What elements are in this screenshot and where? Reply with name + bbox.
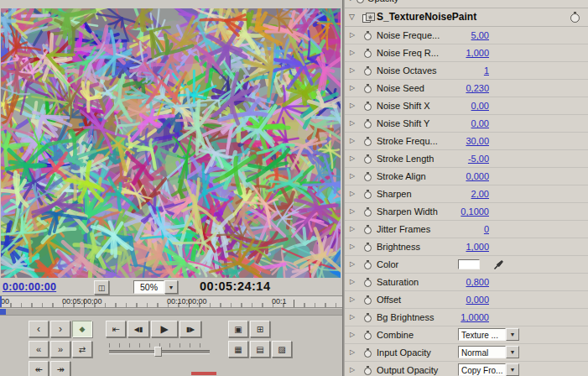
timeline-scroll-band[interactable] [0, 309, 342, 315]
jump-back-button[interactable]: ↞ [29, 361, 49, 376]
zoom-level-field[interactable]: 50% [133, 280, 164, 294]
stopwatch-icon[interactable] [363, 207, 372, 217]
jump-forward-button[interactable]: ↠ [50, 361, 70, 376]
trim-left-button[interactable]: « [29, 341, 49, 358]
stopwatch-icon[interactable] [363, 331, 372, 340]
param-value[interactable]: 1,0000 [461, 312, 489, 322]
param-value[interactable]: 0,00 [471, 101, 489, 111]
param-value[interactable]: 1,000 [466, 242, 489, 252]
stopwatch-icon[interactable] [363, 137, 372, 146]
rows-overlay-button[interactable]: ▤ [250, 341, 270, 358]
stopwatch-icon[interactable] [363, 31, 372, 40]
param-dropdown[interactable]: Texture ...▼ [458, 328, 519, 341]
expand-icon[interactable]: ▷ [350, 66, 355, 75]
expand-icon[interactable]: ▷ [350, 172, 355, 180]
expand-icon[interactable]: ▷ [350, 366, 355, 374]
effect-header[interactable]: ▽ S_TextureNoisePaint [345, 8, 588, 27]
effect-stopwatch-icon[interactable] [570, 12, 580, 23]
expand-icon[interactable]: ▷ [350, 49, 355, 57]
effect-preview-image[interactable] [1, 8, 341, 278]
eyedropper-icon[interactable] [493, 258, 505, 270]
param-value[interactable]: 0,000 [466, 295, 489, 305]
next-keyframe-button[interactable]: › [50, 321, 70, 337]
stopwatch-icon[interactable] [356, 0, 365, 3]
dropdown-arrow-icon[interactable]: ▼ [506, 328, 519, 341]
stopwatch-icon[interactable] [363, 66, 372, 76]
param-value[interactable]: 5,00 [471, 30, 489, 40]
expand-icon[interactable]: ▷ [350, 260, 355, 269]
param-dropdown[interactable]: Normal▼ [458, 346, 519, 358]
dropdown-arrow-icon[interactable]: ▼ [506, 363, 519, 376]
param-value[interactable]: 30,00 [466, 136, 489, 146]
collapse-icon[interactable]: ▽ [349, 12, 355, 22]
param-value[interactable]: 0,00 [471, 118, 489, 128]
color-swatch[interactable] [458, 259, 480, 269]
dropdown-arrow-icon[interactable]: ▼ [506, 346, 519, 358]
slider-thumb[interactable] [154, 347, 162, 357]
render-effect-button[interactable]: ▣ [228, 321, 248, 337]
playhead-marker[interactable] [0, 296, 2, 307]
go-to-start-button[interactable]: ⇤ [106, 321, 126, 337]
dual-split-button[interactable]: ◫ [94, 280, 109, 295]
param-value[interactable]: 0,800 [466, 277, 489, 287]
timeline-ruler[interactable]: 00 00:05;00;00 00:10;00;00 00:1 [0, 295, 342, 308]
param-value[interactable]: 1 [484, 65, 489, 76]
grid-plus-button[interactable]: ⊞ [250, 321, 270, 337]
expand-icon[interactable]: ▷ [350, 0, 355, 3]
stopwatch-icon[interactable] [363, 102, 372, 111]
param-value[interactable]: 0,1000 [461, 206, 489, 217]
play-button[interactable]: ▶ [151, 321, 178, 337]
param-value[interactable]: 0,230 [466, 83, 489, 93]
param-value[interactable]: 1,000 [466, 48, 489, 58]
stopwatch-icon[interactable] [363, 366, 372, 375]
expand-icon[interactable]: ▷ [350, 207, 355, 216]
diagonal-overlay-button[interactable]: ▨ [272, 341, 292, 358]
param-value[interactable]: 0 [484, 224, 489, 234]
trim-right-button[interactable]: » [50, 341, 70, 358]
stopwatch-icon[interactable] [363, 348, 372, 358]
trim-sync-button[interactable]: ⇄ [72, 341, 92, 358]
expand-icon[interactable]: ▷ [350, 154, 355, 163]
expand-icon[interactable]: ▷ [350, 243, 355, 251]
param-dropdown[interactable]: Copy Fro...▼ [458, 363, 519, 376]
expand-icon[interactable]: ▷ [350, 331, 355, 339]
stopwatch-icon[interactable] [363, 278, 372, 287]
expand-icon[interactable]: ▷ [350, 313, 355, 321]
position-indicator[interactable] [0, 309, 6, 315]
expand-icon[interactable]: ▷ [350, 348, 355, 357]
stopwatch-icon[interactable] [363, 295, 372, 305]
previous-keyframe-button[interactable]: ‹ [29, 321, 49, 337]
expand-icon[interactable]: ▷ [350, 190, 355, 198]
stopwatch-icon[interactable] [363, 154, 372, 164]
position-timecode[interactable]: 0:00:00:00 [3, 281, 56, 293]
stopwatch-icon[interactable] [363, 119, 372, 128]
step-forward-button[interactable]: ▮▶ [180, 321, 201, 337]
expand-icon[interactable]: ▷ [350, 31, 355, 39]
stopwatch-icon[interactable] [363, 260, 372, 269]
expand-icon[interactable]: ▷ [350, 119, 355, 128]
param-value[interactable]: -5,00 [468, 154, 489, 164]
stopwatch-icon[interactable] [363, 190, 372, 199]
expand-icon[interactable]: ▷ [350, 278, 355, 286]
stopwatch-icon[interactable] [363, 225, 372, 234]
stopwatch-icon[interactable] [363, 84, 372, 93]
stopwatch-icon[interactable] [363, 313, 372, 322]
param-value[interactable]: 0,000 [466, 171, 489, 181]
grid-overlay-button[interactable]: ▦ [228, 341, 248, 358]
step-backward-button[interactable]: ◀▮ [127, 321, 149, 337]
scrub-speed-slider[interactable] [107, 342, 211, 358]
stopwatch-icon[interactable] [363, 172, 372, 181]
expand-icon[interactable]: ▷ [350, 225, 355, 233]
expand-icon[interactable]: ▷ [350, 84, 355, 92]
expand-icon[interactable]: ▷ [350, 102, 355, 110]
stopwatch-icon[interactable] [363, 49, 372, 58]
param-label: Output Opacity [377, 365, 438, 375]
ruler-major-tick [294, 300, 294, 307]
param-label: Stroke Frequ... [377, 136, 438, 146]
expand-icon[interactable]: ▷ [350, 137, 355, 145]
zoom-dropdown-arrow-icon[interactable]: ▼ [164, 280, 178, 294]
stopwatch-icon[interactable] [363, 243, 372, 252]
param-value[interactable]: 2,00 [471, 189, 489, 199]
add-keyframe-button[interactable]: ◆ [72, 321, 92, 337]
expand-icon[interactable]: ▷ [350, 295, 355, 304]
